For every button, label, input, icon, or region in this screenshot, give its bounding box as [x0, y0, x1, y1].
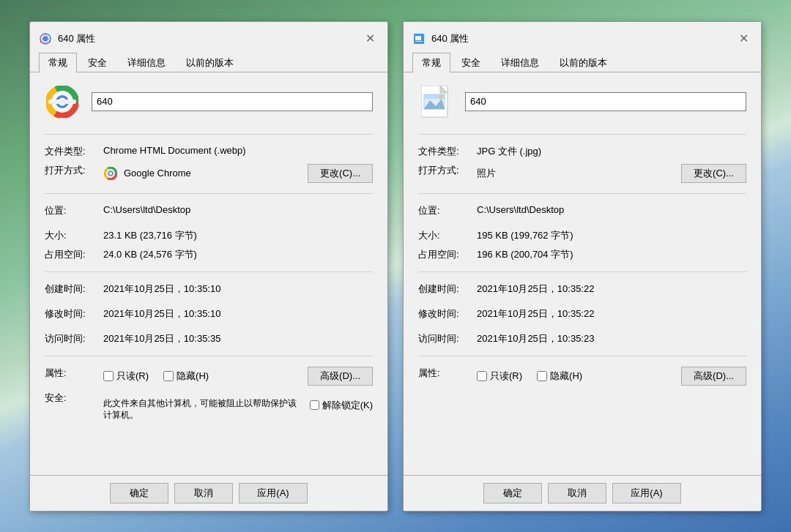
tab-general-1[interactable]: 常规 — [39, 53, 77, 72]
apply-button-1[interactable]: 应用(A) — [239, 483, 307, 503]
size-value-1: 23.1 KB (23,716 字节) — [103, 226, 373, 245]
modified-row-1: 修改时间: 2021年10月25日，10:35:10 — [45, 304, 373, 323]
tab-general-2[interactable]: 常规 — [412, 53, 450, 72]
location-value-2: C:\Users\ltd\Desktop — [477, 201, 746, 220]
hidden-check-1[interactable]: 隐藏(H) — [163, 370, 209, 383]
hidden-label-2: 隐藏(H) — [550, 370, 582, 383]
advanced-button-1[interactable]: 高级(D)... — [308, 367, 373, 386]
title-bar-left-2: 640 属性 — [412, 32, 469, 45]
accessed-value-1: 2021年10月25日，10:35:35 — [103, 329, 373, 348]
unlock-check-1[interactable]: 解除锁定(K) — [310, 399, 373, 412]
modified-row-2: 修改时间: 2021年10月25日，10:35:22 — [418, 304, 746, 323]
open-with-cell-1: Google Chrome 更改(C)... — [103, 161, 373, 186]
tab-details-1[interactable]: 详细信息 — [118, 53, 175, 72]
chrome-icon — [46, 86, 78, 118]
hidden-checkbox-2[interactable] — [537, 371, 547, 381]
ok-button-1[interactable]: 确定 — [110, 483, 168, 503]
modified-label-2: 修改时间: — [418, 304, 477, 323]
tab-previous-2[interactable]: 以前的版本 — [550, 53, 617, 72]
cancel-button-1[interactable]: 取消 — [174, 483, 233, 503]
security-inner-1: 此文件来自其他计算机，可能被阻止以帮助保护该计算机。 解除锁定(K) — [103, 397, 373, 422]
dialog2: 640 属性 ✕ 常规 安全 详细信息 以前的版本 — [403, 21, 762, 512]
created-value-1: 2021年10月25日，10:35:10 — [103, 280, 373, 299]
svg-rect-21 — [415, 41, 423, 42]
svg-rect-10 — [48, 100, 76, 104]
change-button-2[interactable]: 更改(C)... — [681, 164, 746, 183]
accessed-row-1: 访问时间: 2021年10月25日，10:35:35 — [45, 329, 373, 348]
size-label-1: 大小: — [45, 226, 103, 245]
security-row-1: 安全: 此文件来自其他计算机，可能被阻止以帮助保护该计算机。 解除锁定(K) — [45, 389, 373, 425]
disk-size-row-1: 占用空间: 24.0 KB (24,576 字节) — [45, 245, 373, 264]
tab-previous-1[interactable]: 以前的版本 — [177, 53, 243, 72]
security-label-1: 安全: — [45, 389, 103, 425]
size-row-1: 大小: 23.1 KB (23,716 字节) — [45, 226, 373, 245]
close-button-1[interactable]: ✕ — [361, 30, 379, 48]
close-button-2[interactable]: ✕ — [735, 30, 752, 48]
created-label-1: 创建时间: — [45, 280, 103, 299]
location-row-1: 位置: C:\Users\ltd\Desktop — [45, 201, 373, 220]
ok-button-2[interactable]: 确定 — [483, 483, 542, 503]
location-row-2: 位置: C:\Users\ltd\Desktop — [418, 201, 746, 220]
app-icon-1 — [39, 32, 52, 45]
change-button-1[interactable]: 更改(C)... — [308, 164, 373, 183]
time-table-1: 创建时间: 2021年10月25日，10:35:10 修改时间: 2021年10… — [45, 280, 373, 348]
attributes-label-2: 属性: — [418, 364, 477, 389]
attributes-row-1: 属性: 只读(R) 隐藏(H) 高级(D)... — [45, 364, 373, 389]
icon-name-row-1 — [45, 84, 373, 119]
file-type-row-1: 文件类型: Chrome HTML Document (.webp) — [45, 142, 373, 161]
filename-input-2[interactable] — [465, 92, 746, 111]
open-with-label-1: 打开方式: — [45, 161, 103, 186]
footer-2: 确定 取消 应用(A) — [404, 475, 761, 511]
divider2-1 — [418, 134, 746, 135]
divider-2 — [45, 193, 373, 194]
file-type-row-2: 文件类型: JPG 文件 (.jpg) — [418, 142, 746, 161]
readonly-check-2[interactable]: 只读(R) — [477, 370, 522, 383]
open-with-inner-2: 照片 更改(C)... — [477, 164, 746, 183]
disk-size-value-1: 24.0 KB (24,576 字节) — [103, 245, 373, 264]
accessed-label-1: 访问时间: — [45, 329, 103, 348]
file-type-value-1: Chrome HTML Document (.webp) — [103, 142, 373, 161]
svg-rect-18 — [105, 172, 116, 173]
hidden-checkbox-1[interactable] — [163, 371, 174, 381]
app-icon-2 — [412, 32, 426, 45]
size-row-2: 大小: 195 KB (199,762 字节) — [418, 226, 746, 245]
readonly-label-1: 只读(R) — [116, 370, 149, 383]
created-row-2: 创建时间: 2021年10月25日，10:35:22 — [418, 280, 746, 299]
filename-input-1[interactable] — [92, 92, 373, 111]
dialog1-title: 640 属性 — [58, 32, 95, 45]
unlock-checkbox-1[interactable] — [310, 400, 319, 410]
attributes-controls-2: 只读(R) 隐藏(H) 高级(D)... — [477, 364, 746, 389]
tab-security-2[interactable]: 安全 — [452, 53, 490, 72]
advanced-button-2[interactable]: 高级(D)... — [681, 367, 746, 386]
tab-details-2[interactable]: 详细信息 — [491, 53, 549, 72]
file-icon-2 — [418, 84, 453, 119]
attributes-inner-2: 只读(R) 隐藏(H) 高级(D)... — [477, 367, 746, 386]
hidden-label-1: 隐藏(H) — [177, 370, 209, 383]
open-with-cell-2: 照片 更改(C)... — [477, 161, 746, 186]
open-with-row-1: 打开方式: — [45, 161, 373, 186]
modified-label-1: 修改时间: — [45, 304, 103, 323]
readonly-check-1[interactable]: 只读(R) — [103, 370, 149, 383]
dialog2-title: 640 属性 — [431, 32, 469, 45]
tabs-1: 常规 安全 详细信息 以前的版本 — [30, 50, 387, 72]
title-bar-1: 640 属性 ✕ — [30, 22, 387, 50]
location-value-1: C:\Users\ltd\Desktop — [103, 201, 373, 220]
readonly-checkbox-1[interactable] — [103, 371, 114, 381]
divider-4 — [45, 356, 373, 356]
readonly-checkbox-2[interactable] — [477, 371, 487, 381]
disk-size-label-2: 占用空间: — [418, 245, 477, 264]
security-cell-1: 此文件来自其他计算机，可能被阻止以帮助保护该计算机。 解除锁定(K) — [103, 389, 373, 425]
apply-button-2[interactable]: 应用(A) — [612, 483, 680, 503]
accessed-value-2: 2021年10月25日，10:35:23 — [477, 329, 746, 348]
jpg-icon — [421, 86, 450, 118]
cancel-button-2[interactable]: 取消 — [548, 483, 606, 503]
tab-security-1[interactable]: 安全 — [78, 53, 116, 72]
accessed-row-2: 访问时间: 2021年10月25日，10:35:23 — [418, 329, 746, 348]
size-value-2: 195 KB (199,762 字节) — [477, 226, 746, 245]
attributes-inner-1: 只读(R) 隐藏(H) 高级(D)... — [103, 367, 373, 386]
title-bar-left-1: 640 属性 — [39, 32, 95, 45]
tabs-2: 常规 安全 详细信息 以前的版本 — [404, 50, 761, 72]
hidden-check-2[interactable]: 隐藏(H) — [537, 370, 582, 383]
created-row-1: 创建时间: 2021年10月25日，10:35:10 — [45, 280, 373, 299]
file-type-label-2: 文件类型: — [418, 142, 477, 161]
